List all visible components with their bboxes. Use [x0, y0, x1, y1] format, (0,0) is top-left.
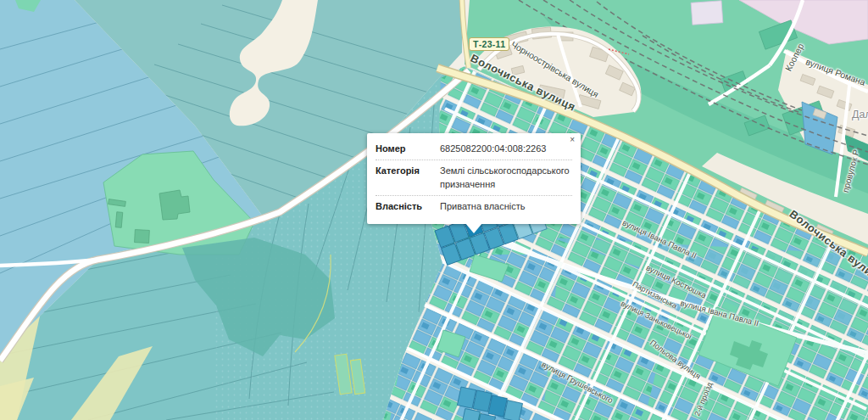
popup-row-number: Номер 6825082200:04:008:2263 [376, 138, 572, 160]
popup-label: Власність [376, 199, 440, 214]
close-icon[interactable]: × [570, 136, 575, 144]
popup-row-ownership: Власність Приватна власність [376, 195, 572, 217]
popup-label: Категорія [376, 164, 440, 192]
map-canvas[interactable]: Чорноострівська вулицяВолочиська вулицяВ… [0, 0, 868, 420]
parcel-info-popup: × Номер 6825082200:04:008:2263 Категорія… [367, 133, 581, 224]
road-badge: Т-23-11 [469, 37, 509, 51]
popup-value: 6825082200:04:008:2263 [440, 142, 572, 156]
popup-label: Номер [376, 142, 440, 156]
popup-pointer [465, 223, 482, 233]
popup-value: Землі сільськогосподарського призначення [440, 164, 572, 192]
popup-row-category: Категорія Землі сільськогосподарського п… [376, 160, 572, 195]
popup-value: Приватна власність [440, 199, 572, 214]
